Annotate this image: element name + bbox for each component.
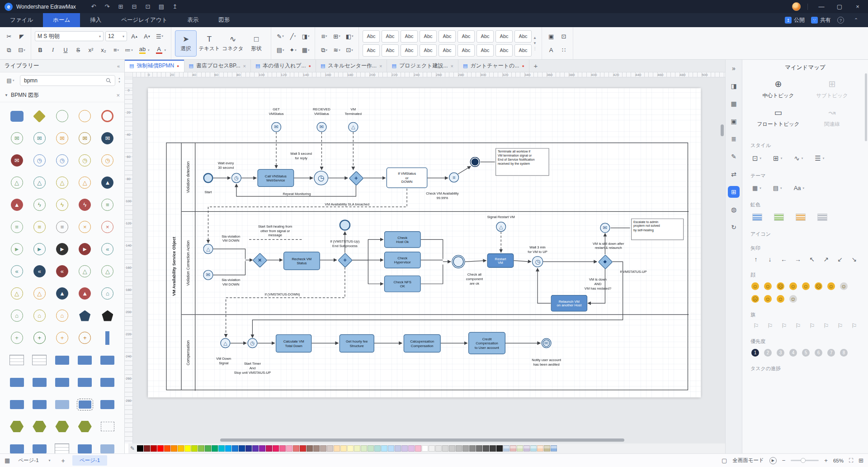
color-swatch[interactable] (340, 445, 347, 452)
color-swatch[interactable] (313, 445, 320, 452)
style-preset[interactable]: Abc (514, 44, 532, 57)
diagram-event[interactable]: ✉ (316, 122, 326, 132)
library-shape[interactable]: « (8, 262, 26, 281)
ribbon-tab[interactable]: ホーム (43, 13, 80, 27)
close-button[interactable]: × (851, 1, 864, 12)
doc-tab[interactable]: ▤ スキルセンター作... × (316, 60, 387, 72)
style-preset[interactable]: Abc (514, 30, 532, 43)
doc-tab[interactable]: ▤ 本の借り入れブ... ● (251, 60, 316, 72)
color-swatch[interactable] (503, 445, 509, 452)
library-shape[interactable]: « (53, 262, 71, 281)
align-button[interactable]: ☰▾ (154, 31, 165, 42)
group-button[interactable]: ⧉▾ (319, 45, 330, 56)
align-objects-button[interactable]: ⊞▾ (331, 31, 342, 42)
color-swatch[interactable] (530, 445, 537, 452)
diagram-task[interactable]: Calculate VM Total Down (276, 334, 312, 353)
rainbow-option[interactable] (817, 214, 827, 221)
minimize-button[interactable]: — (815, 1, 828, 12)
style-preset[interactable]: Abc (458, 44, 475, 57)
style-preset[interactable]: Abc (439, 30, 456, 43)
color-swatch[interactable] (537, 445, 543, 452)
library-shape[interactable]: « (30, 262, 48, 281)
library-shape[interactable]: ≡ (99, 196, 117, 214)
flag-icon[interactable]: ⚐ (779, 322, 788, 329)
diagram-task[interactable]: Call VNStatus WebService (257, 169, 294, 187)
fit-width-icon[interactable]: ⊞ (859, 457, 863, 464)
search-prev-icon[interactable]: ▲ (118, 77, 121, 81)
face-icon[interactable]: ☹ (751, 295, 759, 303)
library-shape[interactable]: ▲ (99, 174, 117, 192)
tab-close-or-dirty-icon[interactable]: × (451, 63, 453, 69)
color-swatch[interactable] (551, 445, 557, 452)
strikethrough-button[interactable]: S (73, 45, 84, 56)
superscript-button[interactable]: x² (85, 45, 96, 56)
library-shape[interactable] (53, 418, 71, 436)
face-icon[interactable]: ☹ (815, 282, 822, 290)
vertical-scrollbar[interactable] (721, 124, 724, 136)
library-shape[interactable]: × (76, 218, 94, 236)
library-shape[interactable] (8, 373, 26, 391)
color-swatch[interactable] (415, 445, 421, 452)
effect-button[interactable]: ✦▾ (288, 45, 298, 56)
shape-tool[interactable]: □ 形状 (245, 30, 267, 57)
style-preset[interactable]: Abc (458, 30, 475, 43)
color-swatch[interactable] (429, 445, 435, 452)
color-swatch[interactable] (266, 445, 272, 452)
diagram-event[interactable]: ✉ (271, 122, 281, 132)
history-icon[interactable]: ↻ (728, 221, 740, 233)
color-swatch[interactable] (178, 445, 184, 452)
diagram-task[interactable]: Get hourly fee Structure (340, 334, 374, 353)
collapse-ribbon-button[interactable]: ⌃ (853, 17, 862, 24)
color-swatch[interactable] (293, 445, 299, 452)
flag-icon[interactable]: ⚐ (765, 322, 774, 329)
replace-image-button[interactable]: ▣ (546, 31, 557, 42)
line-style-button[interactable]: ╱▾ (288, 31, 298, 42)
diagram-task[interactable]: Relaunch VM on another Host (551, 295, 587, 312)
library-shape[interactable] (8, 440, 26, 454)
flip-button[interactable]: ◧▾ (344, 31, 355, 42)
library-shape[interactable] (30, 351, 48, 369)
doc-tab[interactable]: ▤ ガントチャートの... ● (458, 60, 529, 72)
color-swatch[interactable] (320, 445, 326, 452)
priority-icon[interactable]: 1 (751, 349, 759, 357)
diagram-event[interactable]: △ (220, 338, 230, 348)
add-page-button[interactable]: + (59, 457, 68, 464)
color-swatch[interactable] (218, 445, 225, 452)
undo-icon[interactable]: ↶ (88, 2, 99, 12)
library-shape[interactable] (99, 107, 117, 125)
notes-icon[interactable]: ✎ (728, 151, 740, 162)
library-shape[interactable] (76, 307, 94, 325)
color-swatch[interactable] (469, 445, 476, 452)
library-shape[interactable]: ▲ (76, 285, 94, 303)
central-topic-button[interactable]: ⊕ 中心トピック (751, 79, 805, 99)
color-swatch[interactable] (442, 445, 448, 452)
color-swatch[interactable] (462, 445, 469, 452)
diagram-event[interactable]: ✉ (542, 338, 552, 348)
color-swatch[interactable] (225, 445, 231, 452)
color-swatch[interactable] (286, 445, 292, 452)
color-swatch[interactable] (388, 445, 394, 452)
library-shape[interactable]: △ (30, 174, 48, 192)
library-shape[interactable]: ◷ (53, 152, 71, 170)
relation-line-button[interactable]: ↝ 関連線 (805, 107, 859, 128)
color-swatch[interactable] (354, 445, 360, 452)
diagram-event[interactable]: ◷ (247, 338, 257, 348)
color-swatch[interactable] (151, 445, 157, 452)
style-option[interactable]: ⊞▾ (773, 154, 782, 162)
highlight-color-button[interactable]: ab▾ (136, 45, 151, 56)
library-shape[interactable] (30, 440, 48, 454)
color-swatch[interactable] (232, 445, 238, 452)
line-color-button[interactable]: ✎▾ (275, 31, 286, 42)
color-swatch[interactable] (212, 445, 218, 452)
color-swatch[interactable] (157, 445, 164, 452)
library-shape[interactable]: + (76, 329, 94, 347)
arrow-icon[interactable]: ↓ (765, 256, 774, 263)
style-preset[interactable]: Abc (495, 30, 513, 43)
diagram-event[interactable] (340, 219, 350, 230)
maximize-button[interactable]: ▢ (833, 1, 846, 12)
search-icon[interactable] (106, 78, 111, 83)
color-swatch[interactable] (198, 445, 204, 452)
fit-page-icon[interactable]: ⛶ (849, 457, 853, 464)
color-swatch[interactable] (510, 445, 516, 452)
diagram-annotation[interactable]: Escalate to admin proplem not solved by … (631, 219, 684, 240)
